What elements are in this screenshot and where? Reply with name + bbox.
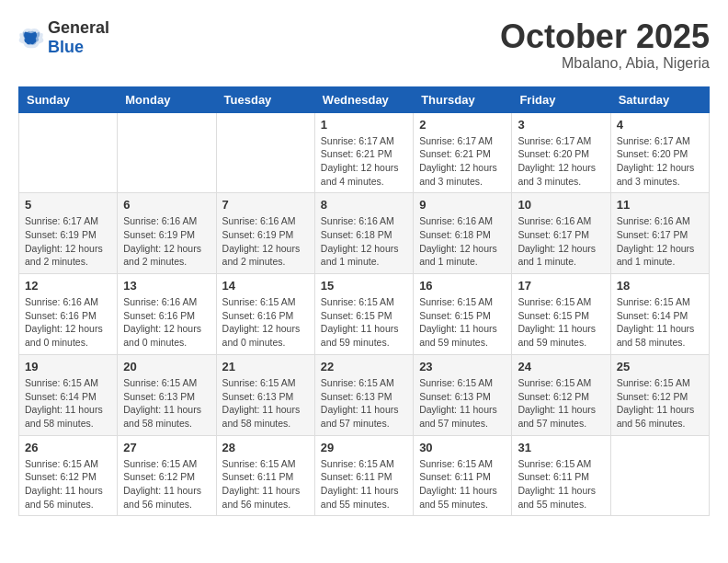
day-cell-9: 9Sunrise: 6:16 AMSunset: 6:18 PMDaylight… (414, 193, 512, 274)
day-number: 20 (123, 360, 210, 373)
day-cell-24: 24Sunrise: 6:15 AMSunset: 6:12 PMDayligh… (512, 354, 610, 435)
day-info: Sunrise: 6:16 AMSunset: 6:18 PMDaylight:… (419, 214, 506, 269)
day-cell-14: 14Sunrise: 6:15 AMSunset: 6:16 PMDayligh… (216, 274, 314, 355)
day-cell-22: 22Sunrise: 6:15 AMSunset: 6:13 PMDayligh… (314, 354, 413, 435)
logo-text: General Blue (48, 18, 109, 57)
day-number: 23 (419, 360, 506, 373)
empty-cell (610, 435, 709, 516)
logo-general: General (48, 18, 109, 37)
day-cell-25: 25Sunrise: 6:15 AMSunset: 6:12 PMDayligh… (610, 354, 709, 435)
day-info: Sunrise: 6:15 AMSunset: 6:11 PMDaylight:… (222, 457, 309, 511)
day-info: Sunrise: 6:15 AMSunset: 6:12 PMDaylight:… (617, 376, 703, 431)
day-number: 13 (123, 279, 210, 293)
day-number: 24 (518, 360, 604, 373)
day-info: Sunrise: 6:16 AMSunset: 6:19 PMDaylight:… (222, 214, 309, 269)
day-info: Sunrise: 6:15 AMSunset: 6:15 PMDaylight:… (419, 295, 506, 350)
day-info: Sunrise: 6:15 AMSunset: 6:15 PMDaylight:… (321, 295, 407, 350)
day-number: 25 (617, 360, 703, 373)
day-cell-27: 27Sunrise: 6:15 AMSunset: 6:12 PMDayligh… (118, 435, 216, 516)
day-info: Sunrise: 6:15 AMSunset: 6:16 PMDaylight:… (222, 295, 309, 350)
calendar-header: Sunday Monday Tuesday Wednesday Thursday… (19, 86, 710, 112)
title-section: October 2025 Mbalano, Abia, Nigeria (500, 18, 710, 72)
day-cell-10: 10Sunrise: 6:16 AMSunset: 6:17 PMDayligh… (512, 193, 610, 274)
day-number: 11 (617, 198, 703, 212)
day-cell-3: 3Sunrise: 6:17 AMSunset: 6:20 PMDaylight… (512, 112, 610, 193)
day-number: 6 (123, 198, 210, 212)
weekday-row: Sunday Monday Tuesday Wednesday Thursday… (19, 86, 710, 112)
day-cell-19: 19Sunrise: 6:15 AMSunset: 6:14 PMDayligh… (19, 354, 118, 435)
week-row-4: 19Sunrise: 6:15 AMSunset: 6:14 PMDayligh… (19, 354, 710, 435)
logo: General Blue (18, 18, 109, 57)
logo-icon (18, 25, 44, 51)
day-info: Sunrise: 6:17 AMSunset: 6:19 PMDaylight:… (25, 214, 111, 269)
day-info: Sunrise: 6:17 AMSunset: 6:20 PMDaylight:… (617, 134, 703, 189)
day-number: 26 (25, 441, 111, 454)
day-info: Sunrise: 6:17 AMSunset: 6:21 PMDaylight:… (419, 134, 506, 189)
calendar-table: Sunday Monday Tuesday Wednesday Thursday… (18, 86, 710, 517)
day-cell-11: 11Sunrise: 6:16 AMSunset: 6:17 PMDayligh… (610, 193, 709, 274)
day-info: Sunrise: 6:15 AMSunset: 6:11 PMDaylight:… (419, 457, 506, 511)
day-number: 22 (321, 360, 407, 373)
page-header: General Blue October 2025 Mbalano, Abia,… (18, 18, 710, 72)
day-cell-31: 31Sunrise: 6:15 AMSunset: 6:11 PMDayligh… (512, 435, 610, 516)
day-info: Sunrise: 6:16 AMSunset: 6:16 PMDaylight:… (123, 295, 210, 350)
day-info: Sunrise: 6:15 AMSunset: 6:13 PMDaylight:… (321, 376, 407, 431)
day-cell-2: 2Sunrise: 6:17 AMSunset: 6:21 PMDaylight… (414, 112, 512, 193)
day-number: 2 (419, 118, 506, 132)
day-info: Sunrise: 6:15 AMSunset: 6:15 PMDaylight:… (518, 295, 604, 350)
day-cell-16: 16Sunrise: 6:15 AMSunset: 6:15 PMDayligh… (414, 274, 512, 355)
day-info: Sunrise: 6:15 AMSunset: 6:14 PMDaylight:… (25, 376, 111, 431)
day-info: Sunrise: 6:16 AMSunset: 6:18 PMDaylight:… (321, 214, 407, 269)
day-number: 7 (222, 198, 309, 212)
day-info: Sunrise: 6:15 AMSunset: 6:12 PMDaylight:… (25, 457, 111, 511)
month-title: October 2025 (500, 18, 710, 55)
day-info: Sunrise: 6:15 AMSunset: 6:13 PMDaylight:… (123, 376, 210, 431)
col-wednesday: Wednesday (314, 86, 413, 112)
calendar-body: 1Sunrise: 6:17 AMSunset: 6:21 PMDaylight… (19, 112, 710, 516)
day-number: 27 (123, 441, 210, 454)
day-cell-15: 15Sunrise: 6:15 AMSunset: 6:15 PMDayligh… (314, 274, 413, 355)
day-info: Sunrise: 6:16 AMSunset: 6:17 PMDaylight:… (518, 214, 604, 269)
day-cell-23: 23Sunrise: 6:15 AMSunset: 6:13 PMDayligh… (414, 354, 512, 435)
day-cell-8: 8Sunrise: 6:16 AMSunset: 6:18 PMDaylight… (314, 193, 413, 274)
day-info: Sunrise: 6:15 AMSunset: 6:11 PMDaylight:… (518, 457, 604, 511)
day-number: 15 (321, 279, 407, 293)
empty-cell (216, 112, 314, 193)
day-number: 5 (25, 198, 111, 212)
day-info: Sunrise: 6:15 AMSunset: 6:13 PMDaylight:… (222, 376, 309, 431)
col-monday: Monday (118, 86, 216, 112)
day-cell-17: 17Sunrise: 6:15 AMSunset: 6:15 PMDayligh… (512, 274, 610, 355)
day-cell-13: 13Sunrise: 6:16 AMSunset: 6:16 PMDayligh… (118, 274, 216, 355)
day-number: 12 (25, 279, 111, 293)
day-cell-20: 20Sunrise: 6:15 AMSunset: 6:13 PMDayligh… (118, 354, 216, 435)
week-row-3: 12Sunrise: 6:16 AMSunset: 6:16 PMDayligh… (19, 274, 710, 355)
day-number: 3 (518, 118, 604, 132)
day-info: Sunrise: 6:15 AMSunset: 6:13 PMDaylight:… (419, 376, 506, 431)
week-row-5: 26Sunrise: 6:15 AMSunset: 6:12 PMDayligh… (19, 435, 710, 516)
col-sunday: Sunday (19, 86, 118, 112)
day-number: 21 (222, 360, 309, 373)
day-cell-12: 12Sunrise: 6:16 AMSunset: 6:16 PMDayligh… (19, 274, 118, 355)
day-cell-18: 18Sunrise: 6:15 AMSunset: 6:14 PMDayligh… (610, 274, 709, 355)
day-number: 9 (419, 198, 506, 212)
day-cell-21: 21Sunrise: 6:15 AMSunset: 6:13 PMDayligh… (216, 354, 314, 435)
day-number: 29 (321, 441, 407, 454)
day-number: 1 (321, 118, 407, 132)
col-friday: Friday (512, 86, 610, 112)
col-tuesday: Tuesday (216, 86, 314, 112)
day-info: Sunrise: 6:16 AMSunset: 6:16 PMDaylight:… (25, 295, 111, 350)
week-row-2: 5Sunrise: 6:17 AMSunset: 6:19 PMDaylight… (19, 193, 710, 274)
day-number: 8 (321, 198, 407, 212)
day-info: Sunrise: 6:15 AMSunset: 6:12 PMDaylight:… (518, 376, 604, 431)
day-number: 10 (518, 198, 604, 212)
day-cell-26: 26Sunrise: 6:15 AMSunset: 6:12 PMDayligh… (19, 435, 118, 516)
day-cell-28: 28Sunrise: 6:15 AMSunset: 6:11 PMDayligh… (216, 435, 314, 516)
day-number: 16 (419, 279, 506, 293)
day-cell-1: 1Sunrise: 6:17 AMSunset: 6:21 PMDaylight… (314, 112, 413, 193)
logo-blue: Blue (48, 38, 84, 56)
day-cell-5: 5Sunrise: 6:17 AMSunset: 6:19 PMDaylight… (19, 193, 118, 274)
day-number: 4 (617, 118, 703, 132)
day-info: Sunrise: 6:15 AMSunset: 6:12 PMDaylight:… (123, 457, 210, 511)
day-cell-4: 4Sunrise: 6:17 AMSunset: 6:20 PMDaylight… (610, 112, 709, 193)
day-info: Sunrise: 6:15 AMSunset: 6:14 PMDaylight:… (617, 295, 703, 350)
